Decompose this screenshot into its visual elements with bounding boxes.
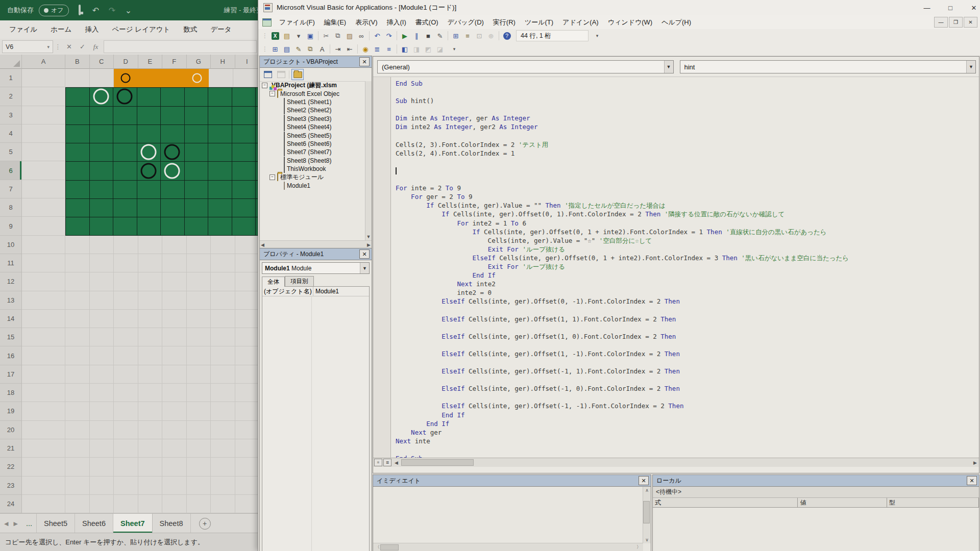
excel-button[interactable]: X bbox=[270, 31, 281, 41]
cell-E4[interactable] bbox=[137, 124, 161, 143]
cell-D20[interactable] bbox=[114, 421, 138, 439]
cell-F1[interactable] bbox=[161, 69, 185, 87]
row-header-7[interactable]: 7 bbox=[0, 180, 22, 198]
column-header-F[interactable]: F bbox=[162, 55, 187, 69]
row-header-23[interactable]: 23 bbox=[0, 477, 22, 495]
cell-C21[interactable] bbox=[90, 439, 114, 458]
cell-I8[interactable] bbox=[232, 198, 256, 217]
cell-D11[interactable] bbox=[114, 254, 138, 272]
undo-button[interactable]: ↶ bbox=[372, 31, 383, 41]
cell-B18[interactable] bbox=[65, 384, 90, 402]
cell-H23[interactable] bbox=[211, 477, 235, 495]
column-header-B[interactable]: B bbox=[65, 55, 90, 69]
row-header-12[interactable]: 12 bbox=[0, 272, 22, 291]
cell-H8[interactable] bbox=[208, 198, 232, 217]
cell-A5[interactable] bbox=[22, 143, 65, 161]
cell-C14[interactable] bbox=[90, 310, 114, 328]
cell-D23[interactable] bbox=[114, 477, 138, 495]
paste-button[interactable]: ▨ bbox=[344, 31, 355, 41]
cell-B4[interactable] bbox=[65, 124, 89, 143]
cell-E2[interactable] bbox=[137, 87, 161, 106]
cell-C1[interactable] bbox=[90, 69, 114, 87]
cell-D8[interactable] bbox=[113, 198, 137, 217]
cell-C3[interactable] bbox=[89, 106, 113, 124]
cell-A20[interactable] bbox=[22, 421, 65, 439]
cell-C2[interactable] bbox=[89, 87, 113, 106]
list-constants-button[interactable]: ▤ bbox=[281, 44, 292, 55]
hscroll-thumb[interactable] bbox=[380, 544, 399, 550]
sheet-tab-sheet6[interactable]: Sheet6 bbox=[75, 514, 113, 533]
uncomment-block-button[interactable]: ≡ bbox=[383, 44, 395, 55]
cell-D3[interactable] bbox=[113, 106, 137, 124]
chevron-down-icon[interactable]: ▼ bbox=[664, 61, 673, 73]
cell-B20[interactable] bbox=[65, 421, 90, 439]
tree-item-13[interactable]: Module1 bbox=[260, 182, 365, 190]
cell-I7[interactable] bbox=[232, 180, 256, 198]
row-header-9[interactable]: 9 bbox=[0, 217, 22, 235]
scroll-down-icon[interactable]: ▼ bbox=[365, 234, 372, 240]
list-properties-button[interactable]: ⊞ bbox=[270, 44, 281, 55]
cell-H24[interactable] bbox=[211, 495, 235, 513]
cell-C11[interactable] bbox=[90, 254, 114, 272]
cell-I13[interactable] bbox=[235, 291, 258, 310]
cell-A11[interactable] bbox=[22, 254, 65, 272]
cell-H3[interactable] bbox=[208, 106, 232, 124]
cell-A7[interactable] bbox=[22, 180, 65, 198]
cell-C20[interactable] bbox=[90, 421, 114, 439]
cell-B21[interactable] bbox=[65, 439, 90, 458]
column-header-C[interactable]: C bbox=[90, 55, 114, 69]
cell-I12[interactable] bbox=[235, 272, 258, 291]
tree-item-1[interactable]: −VBAProject (練習.xlsm bbox=[260, 81, 365, 89]
outdent-button[interactable]: ⇤ bbox=[344, 44, 355, 55]
cell-D24[interactable] bbox=[114, 495, 138, 513]
help-button[interactable]: ? bbox=[501, 31, 512, 41]
cell-F16[interactable] bbox=[162, 346, 187, 365]
cell-H18[interactable] bbox=[211, 384, 235, 402]
row-header-5[interactable]: 5 bbox=[0, 143, 22, 161]
project-close-button[interactable]: ✕ bbox=[359, 57, 370, 66]
cell-F8[interactable] bbox=[160, 198, 184, 217]
cell-C13[interactable] bbox=[90, 291, 114, 310]
cell-E21[interactable] bbox=[138, 439, 163, 458]
ribbon-tab-1[interactable]: ファイル bbox=[9, 25, 37, 34]
cell-G17[interactable] bbox=[187, 365, 211, 384]
cell-A12[interactable] bbox=[22, 272, 65, 291]
cell-C19[interactable] bbox=[90, 402, 114, 420]
cell-G12[interactable] bbox=[187, 272, 211, 291]
cell-C9[interactable] bbox=[89, 217, 113, 235]
cell-I5[interactable] bbox=[232, 143, 256, 161]
cell-F3[interactable] bbox=[160, 106, 184, 124]
cell-G22[interactable] bbox=[187, 458, 211, 476]
insert-userform-button[interactable]: ▤ bbox=[281, 31, 292, 41]
cell-I6[interactable] bbox=[232, 161, 256, 180]
object-browser-button[interactable]: ⊡ bbox=[474, 31, 485, 41]
locals-panel-header[interactable]: ローカル ✕ bbox=[652, 474, 979, 486]
select-all-corner[interactable] bbox=[0, 55, 22, 69]
cell-E15[interactable] bbox=[138, 328, 163, 346]
cell-A6[interactable] bbox=[22, 161, 65, 180]
cell-F18[interactable] bbox=[162, 384, 187, 402]
save-button[interactable]: ▣ bbox=[305, 31, 316, 41]
bookmark-toggle-button[interactable]: ◧ bbox=[399, 44, 410, 55]
scroll-left-icon[interactable]: ◀ bbox=[395, 460, 398, 465]
cell-C23[interactable] bbox=[90, 477, 114, 495]
properties-window-button[interactable]: ≡ bbox=[462, 31, 473, 41]
row-header-24[interactable]: 24 bbox=[0, 495, 22, 513]
cell-E16[interactable] bbox=[138, 346, 163, 365]
tree-item-5[interactable]: Sheet3 (Sheet3) bbox=[260, 115, 365, 123]
quick-info-button[interactable]: ✎ bbox=[293, 44, 304, 55]
indent-button[interactable]: ⇥ bbox=[332, 44, 344, 55]
cell-E23[interactable] bbox=[138, 477, 163, 495]
locals-column-3[interactable]: 型 bbox=[887, 498, 979, 507]
child-close-button[interactable]: ✕ bbox=[964, 17, 977, 28]
cell-C15[interactable] bbox=[90, 328, 114, 346]
ribbon-tab-3[interactable]: 挿入 bbox=[85, 25, 99, 34]
cell-G2[interactable] bbox=[184, 87, 208, 106]
cell-E13[interactable] bbox=[138, 291, 163, 310]
cell-F11[interactable] bbox=[162, 254, 187, 272]
toolbox-button[interactable]: ⊕ bbox=[485, 31, 497, 41]
cell-B5[interactable] bbox=[65, 143, 89, 161]
row-header-8[interactable]: 8 bbox=[0, 198, 22, 217]
row-header-4[interactable]: 4 bbox=[0, 124, 22, 143]
complete-word-button[interactable]: A bbox=[316, 44, 328, 55]
